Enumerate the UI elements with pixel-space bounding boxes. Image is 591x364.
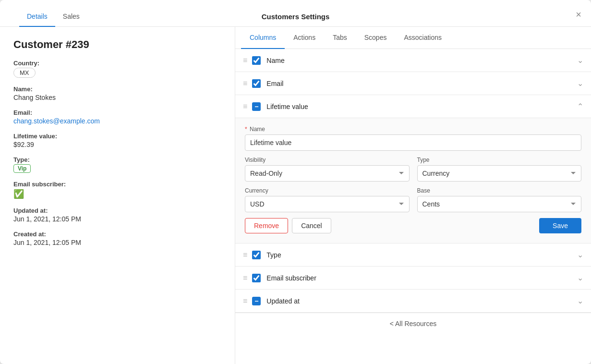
type-label-form: Type	[417, 157, 582, 163]
column-row-type[interactable]: ≡ Type ⌄	[235, 243, 591, 267]
col-label-name: Name	[266, 57, 577, 64]
form-name-label: * Name	[245, 126, 581, 133]
country-badge: MX	[13, 68, 36, 78]
modal-title: Customers Settings	[262, 12, 330, 21]
email-group: Email: chang.stokes@example.com	[13, 109, 221, 125]
form-name-input[interactable]	[245, 134, 581, 151]
left-panel: Customer #239 Country: MX Name: Chang St…	[0, 27, 235, 364]
lifetime-group: Lifetime value: $92.39	[13, 133, 221, 148]
settings-tabs-bar: Columns Actions Tabs Scopes Associations	[235, 27, 591, 49]
updated-at-value: Jun 1, 2021, 12:05 PM	[13, 215, 221, 223]
updated-at-group: Updated at: Jun 1, 2021, 12:05 PM	[13, 207, 221, 223]
tab-columns[interactable]: Columns	[241, 27, 285, 49]
col-label-email-subscriber: Email subscriber	[266, 274, 577, 282]
cancel-button[interactable]: Cancel	[292, 218, 331, 233]
visibility-type-row: Visibility Read-Only Editable Hidden Typ…	[245, 157, 581, 182]
email-subscriber-label: Email subscriber:	[13, 181, 221, 188]
col-label-email: Email	[266, 80, 577, 87]
chevron-up-icon-lifetime: ⌃	[577, 102, 583, 111]
column-row-updated-at[interactable]: ≡ − Updated at ⌄	[235, 290, 591, 313]
name-group: Name: Chang Stokes	[13, 85, 221, 101]
checkbox-email[interactable]	[252, 79, 261, 88]
base-select[interactable]: Cents Dollars	[417, 196, 582, 212]
tab-scopes[interactable]: Scopes	[356, 27, 396, 49]
currency-col: Currency USD EUR GBP	[245, 187, 410, 212]
chevron-down-icon-email-subscriber: ⌄	[577, 273, 583, 282]
right-panel: Columns Actions Tabs Scopes Associations…	[235, 27, 591, 364]
all-resources-label: < All Resources	[390, 320, 437, 328]
drag-handle-lifetime: ≡	[243, 102, 247, 111]
chevron-down-icon-type: ⌄	[577, 250, 583, 259]
email-subscriber-check-icon: ✅	[13, 189, 24, 199]
drag-handle-email-subscriber: ≡	[243, 274, 247, 282]
tab-details[interactable]: Details	[19, 7, 55, 27]
checkbox-name[interactable]	[252, 56, 261, 65]
base-label: Base	[417, 187, 582, 194]
checkbox-minus-lifetime[interactable]: −	[252, 102, 261, 111]
form-name-group: * Name	[245, 126, 581, 151]
visibility-col: Visibility Read-Only Editable Hidden	[245, 157, 410, 182]
remove-button[interactable]: Remove	[245, 218, 288, 233]
close-button[interactable]: ×	[576, 10, 581, 24]
column-row-email[interactable]: ≡ Email ⌄	[235, 72, 591, 95]
visibility-select[interactable]: Read-Only Editable Hidden	[245, 165, 410, 182]
modal-header: Details Sales Customers Settings ×	[0, 0, 591, 27]
created-at-group: Created at: Jun 1, 2021, 12:05 PM	[13, 231, 221, 246]
created-at-value: Jun 1, 2021, 12:05 PM	[13, 239, 221, 246]
panel-content: ≡ Name ⌄ ≡ Email ⌄ ≡ − Lifetime value	[235, 49, 591, 364]
updated-at-label: Updated at:	[13, 207, 221, 214]
checkbox-minus-updated-at[interactable]: −	[252, 297, 261, 305]
chevron-down-icon-name: ⌄	[577, 56, 583, 65]
type-label: Type:	[13, 156, 221, 163]
required-star: *	[245, 126, 247, 133]
column-row-email-subscriber[interactable]: ≡ Email subscriber ⌄	[235, 267, 591, 290]
vip-badge: Vip	[13, 164, 31, 173]
name-label: Name:	[13, 85, 221, 93]
base-col: Base Cents Dollars	[417, 187, 582, 212]
created-at-label: Created at:	[13, 231, 221, 238]
currency-label: Currency	[245, 187, 410, 194]
tab-associations[interactable]: Associations	[395, 27, 450, 49]
drag-handle-name: ≡	[243, 56, 247, 65]
drag-handle-type: ≡	[243, 251, 247, 259]
chevron-down-icon-updated-at: ⌄	[577, 296, 583, 305]
currency-base-row: Currency USD EUR GBP Base Cents Dol	[245, 187, 581, 212]
country-group: Country: MX	[13, 60, 221, 78]
tab-tabs[interactable]: Tabs	[324, 27, 356, 49]
col-label-type: Type	[266, 251, 577, 259]
customers-settings-modal: Details Sales Customers Settings × Custo…	[0, 0, 591, 364]
all-resources-bar[interactable]: < All Resources	[235, 313, 591, 334]
email-link[interactable]: chang.stokes@example.com	[13, 117, 100, 125]
column-row-name[interactable]: ≡ Name ⌄	[235, 49, 591, 72]
visibility-label: Visibility	[245, 157, 410, 163]
type-group: Type: Vip	[13, 156, 221, 173]
lifetime-label: Lifetime value:	[13, 133, 221, 140]
checkbox-type[interactable]	[252, 251, 261, 259]
country-label: Country:	[13, 60, 221, 67]
expanded-lifetime-form: * Name Visibility Read-Only Editable Hid…	[235, 118, 591, 243]
detail-sales-tabs: Details Sales	[10, 7, 97, 26]
type-col: Type Currency Text Number Date	[417, 157, 582, 182]
lifetime-value: $92.39	[13, 141, 221, 148]
form-action-row: Remove Cancel Save	[245, 218, 581, 233]
tab-actions[interactable]: Actions	[285, 27, 324, 49]
name-value: Chang Stokes	[13, 94, 221, 101]
drag-handle-email: ≡	[243, 79, 247, 88]
email-subscriber-group: Email subscriber: ✅	[13, 181, 221, 199]
type-select[interactable]: Currency Text Number Date	[417, 165, 582, 182]
chevron-down-icon-email: ⌄	[577, 79, 583, 88]
column-row-lifetime[interactable]: ≡ − Lifetime value ⌃	[235, 95, 591, 118]
col-label-updated-at: Updated at	[266, 297, 577, 305]
save-button[interactable]: Save	[539, 218, 581, 233]
email-label: Email:	[13, 109, 221, 116]
checkbox-email-subscriber[interactable]	[252, 274, 261, 282]
modal-body: Customer #239 Country: MX Name: Chang St…	[0, 27, 591, 364]
drag-handle-updated-at: ≡	[243, 297, 247, 305]
col-label-lifetime: Lifetime value	[266, 103, 577, 110]
tab-sales[interactable]: Sales	[55, 7, 87, 27]
currency-select[interactable]: USD EUR GBP	[245, 196, 410, 212]
modal-header-inner: Details Sales Customers Settings ×	[10, 7, 581, 26]
customer-title: Customer #239	[13, 38, 221, 51]
